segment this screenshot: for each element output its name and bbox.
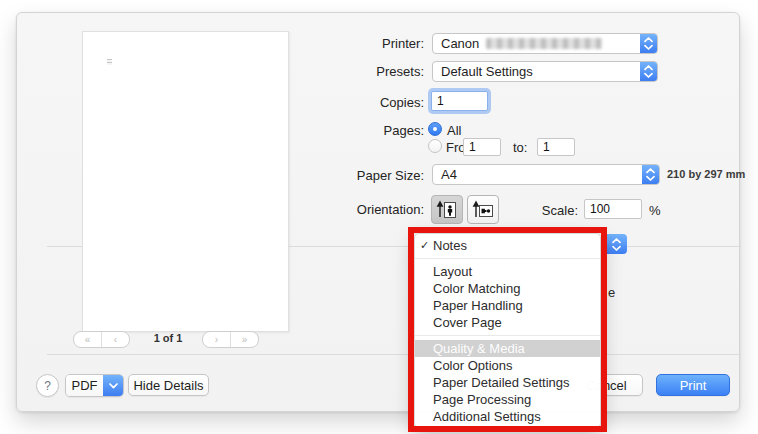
pages-all-label: All: [447, 123, 461, 138]
copies-label: Copies:: [300, 95, 424, 110]
print-preview-page: [82, 31, 289, 332]
paper-size-label: Paper Size:: [300, 168, 424, 183]
paper-size-value: A4: [441, 167, 457, 182]
pages-all-radio[interactable]: [428, 122, 442, 136]
presets-label: Presets:: [300, 64, 424, 79]
stepper-icon: [640, 34, 657, 53]
section-separator-bottom: [47, 354, 741, 355]
page-indicator: 1 of 1: [140, 332, 196, 344]
next-page-button[interactable]: ›: [203, 332, 230, 347]
pdf-menu-button[interactable]: PDF: [65, 374, 124, 397]
last-page-button[interactable]: »: [230, 332, 258, 347]
pager-back-group: « ‹: [73, 331, 130, 348]
pager-forward-group: › »: [202, 331, 259, 348]
pages-label: Pages:: [300, 123, 424, 138]
printer-label: Printer:: [300, 36, 424, 51]
presets-value: Default Settings: [441, 64, 533, 79]
pages-to-label: to:: [513, 140, 527, 155]
printer-select[interactable]: Canon: [432, 33, 658, 54]
help-button[interactable]: ?: [36, 374, 59, 397]
previous-page-button[interactable]: ‹: [101, 332, 129, 347]
stepper-icon: [640, 62, 657, 81]
annotation-red-rectangle: [408, 227, 607, 432]
pages-to-input[interactable]: [537, 138, 575, 156]
paper-size-select[interactable]: A4: [432, 164, 660, 185]
pdf-label: PDF: [66, 375, 103, 396]
copies-input[interactable]: [431, 91, 488, 111]
presets-select[interactable]: Default Settings: [432, 61, 658, 82]
first-page-button[interactable]: «: [74, 332, 101, 347]
printer-value: Canon: [441, 36, 479, 51]
scale-unit: %: [649, 203, 661, 218]
hide-details-button[interactable]: Hide Details: [128, 374, 209, 396]
pages-range-radio[interactable]: [428, 139, 442, 153]
panes-popup-stepper[interactable]: [605, 234, 627, 254]
print-button[interactable]: Print: [656, 374, 730, 396]
stepper-icon: [642, 165, 659, 184]
orientation-landscape-button[interactable]: [467, 195, 499, 224]
preview-page-text-mark: [107, 59, 112, 65]
portrait-icon: [436, 199, 458, 221]
scale-label: Scale:: [500, 203, 578, 218]
orientation-portrait-button[interactable]: [431, 195, 463, 224]
printer-name-redacted: [486, 38, 602, 49]
stepper-icon: [612, 238, 621, 251]
hidden-label-fragment: e: [608, 285, 615, 300]
landscape-icon: [472, 199, 494, 221]
pages-from-input[interactable]: [463, 138, 501, 156]
paper-dimensions: 210 by 297 mm: [667, 168, 745, 180]
print-dialog-screenshot: « ‹ 1 of 1 › » Printer: Canon Presets: D…: [0, 0, 758, 434]
scale-input[interactable]: [584, 199, 642, 219]
orientation-label: Orientation:: [300, 202, 424, 217]
chevron-down-icon: [103, 375, 123, 396]
